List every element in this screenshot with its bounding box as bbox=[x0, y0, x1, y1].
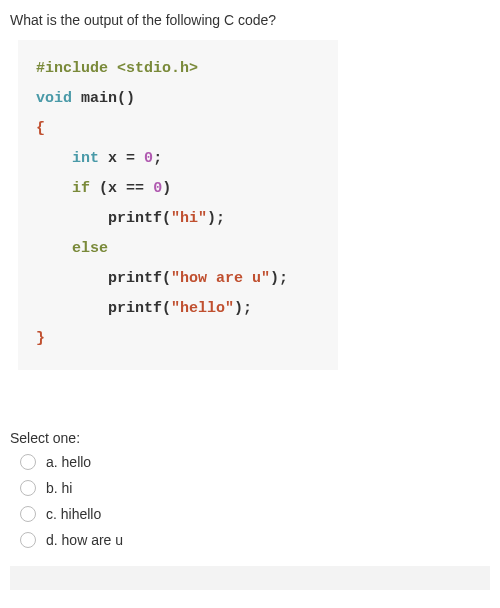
option-label: b. hi bbox=[46, 480, 72, 496]
code-line: { bbox=[36, 114, 320, 144]
code-block: #include <stdio.h>void main(){ int x = 0… bbox=[18, 40, 338, 370]
code-line: printf("hello"); bbox=[36, 294, 320, 324]
footer-bar bbox=[10, 566, 490, 590]
option-label: a. hello bbox=[46, 454, 91, 470]
radio-icon[interactable] bbox=[20, 532, 36, 548]
option-label: d. how are u bbox=[46, 532, 123, 548]
code-line: int x = 0; bbox=[36, 144, 320, 174]
option-row[interactable]: a. hello bbox=[20, 454, 490, 470]
radio-icon[interactable] bbox=[20, 506, 36, 522]
code-line: else bbox=[36, 234, 320, 264]
code-line: } bbox=[36, 324, 320, 354]
radio-icon[interactable] bbox=[20, 480, 36, 496]
code-line: printf("how are u"); bbox=[36, 264, 320, 294]
option-label: c. hihello bbox=[46, 506, 101, 522]
option-row[interactable]: b. hi bbox=[20, 480, 490, 496]
option-row[interactable]: c. hihello bbox=[20, 506, 490, 522]
select-one-label: Select one: bbox=[10, 430, 490, 446]
code-line: printf("hi"); bbox=[36, 204, 320, 234]
options-group: a. hellob. hic. hihellod. how are u bbox=[10, 454, 490, 548]
radio-icon[interactable] bbox=[20, 454, 36, 470]
code-line: void main() bbox=[36, 84, 320, 114]
option-row[interactable]: d. how are u bbox=[20, 532, 490, 548]
question-text: What is the output of the following C co… bbox=[10, 12, 490, 28]
code-line: #include <stdio.h> bbox=[36, 54, 320, 84]
code-line: if (x == 0) bbox=[36, 174, 320, 204]
